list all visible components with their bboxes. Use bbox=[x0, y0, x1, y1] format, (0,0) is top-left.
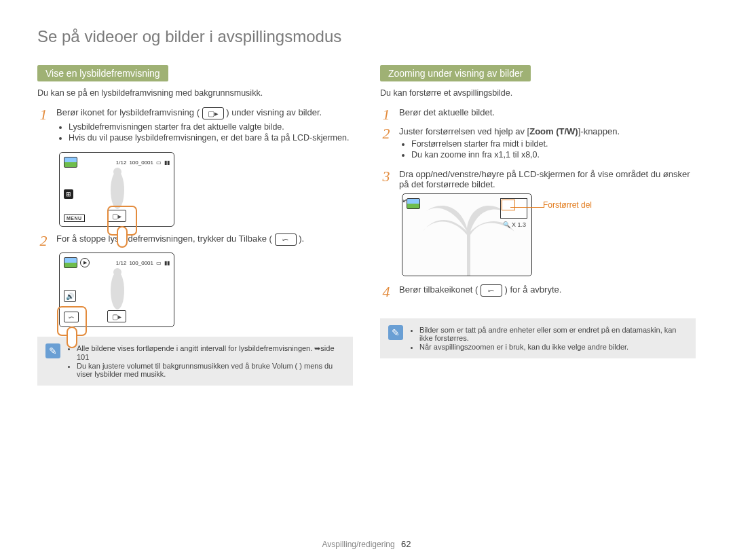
battery-icon: ▮▮ bbox=[164, 260, 170, 266]
image-icon bbox=[64, 257, 77, 268]
memory-icon: ▭ bbox=[156, 160, 162, 166]
step: 4 Berør tilbakeikonet ( ⤺ ) for å avbryt… bbox=[380, 284, 696, 299]
menu-button: MENU bbox=[64, 214, 85, 222]
zoom-minimap bbox=[500, 198, 527, 219]
bullet: Forstørrelsen starter fra midt i bildet. bbox=[411, 139, 696, 149]
step: 2 For å stoppe lysbildefremvisningen, tr… bbox=[37, 234, 353, 248]
note-text: Du kan justere volumet til bakgrunnsmusi… bbox=[77, 362, 333, 378]
page-title: Se på videoer og bilder i avspillingsmod… bbox=[37, 27, 696, 46]
step-number: 4 bbox=[380, 284, 392, 299]
folder-label: 100_0001 bbox=[129, 260, 153, 266]
right-column: Zooming under visning av bilder Du kan f… bbox=[380, 65, 696, 386]
bullet: Hvis du vil pause lysbildefremvisningen,… bbox=[69, 133, 353, 143]
step-body: Berør det aktuelle bildet. bbox=[399, 107, 696, 122]
svg-point-1 bbox=[113, 168, 121, 176]
zoom-value: X 1.3 bbox=[512, 221, 526, 228]
manual-page: Se på videoer og bilder i avspillingsmod… bbox=[0, 0, 733, 386]
note-item: Alle bildene vises fortløpende i angitt … bbox=[77, 344, 345, 361]
info-icon: ✎ bbox=[388, 325, 403, 340]
back-icon: ⤺ bbox=[275, 234, 297, 246]
step-body: Juster forstørrelsen ved hjelp av [Zoom … bbox=[399, 126, 696, 165]
note-item: Du kan justere volumet til bakgrunnsmusi… bbox=[77, 362, 345, 378]
left-intro: Du kan se på en lysbildeframvisning med … bbox=[37, 88, 353, 98]
lcd-thumbnail-zoom: 🔍 X 1.3 ⤺ bbox=[402, 193, 532, 276]
counter: 1/12 bbox=[116, 160, 127, 166]
two-columns: Vise en lysbildefremvisning Du kan se på… bbox=[37, 65, 696, 386]
step-bullets: Lysbildefremvisningen starter fra det ak… bbox=[56, 122, 353, 143]
step: 3 Dra opp/ned/venstre/høyre på LCD-skjer… bbox=[380, 169, 696, 189]
magnifier-icon: 🔍 bbox=[503, 221, 510, 228]
image-icon bbox=[64, 157, 77, 168]
right-section-header: Zooming under visning av bilder bbox=[380, 65, 531, 81]
memory-icon: ▭ bbox=[156, 260, 162, 266]
grid-icon: ⊞ bbox=[64, 189, 73, 199]
step-text: For å stoppe lysbildefremvisningen, tryk… bbox=[56, 234, 275, 244]
step-number: 1 bbox=[37, 107, 50, 148]
footer-section: Avspilling/redigering bbox=[322, 540, 395, 549]
volume-icon: 🔊 bbox=[64, 290, 76, 302]
touch-point-icon bbox=[57, 306, 87, 336]
zoom-thumbnail-wrap: 🔍 X 1.3 ⤺ Forstørret del bbox=[380, 193, 696, 276]
step-body: For å stoppe lysbildefremvisningen, tryk… bbox=[56, 234, 353, 248]
svg-point-0 bbox=[111, 171, 124, 209]
zoom-level-label: 🔍 X 1.3 bbox=[503, 221, 526, 228]
step-number: 2 bbox=[380, 126, 392, 165]
svg-point-2 bbox=[111, 272, 124, 310]
folder-label: 100_0001 bbox=[129, 160, 153, 166]
step-text: Berør ikonet for lysbildeframvisning ( bbox=[56, 107, 202, 117]
counter: 1/12 bbox=[116, 260, 127, 266]
info-icon: ✎ bbox=[45, 343, 60, 358]
step-number: 2 bbox=[37, 234, 50, 248]
step-text: Berør tilbakeikonet ( bbox=[399, 284, 481, 295]
zoom-callout-label: Forstørret del bbox=[543, 200, 592, 210]
step-bullets: Forstørrelsen starter fra midt i bildet.… bbox=[399, 139, 696, 160]
bold-text: Zoom (T/W) bbox=[529, 126, 578, 136]
step-number: 3 bbox=[380, 169, 392, 189]
step: 1 Berør det aktuelle bildet. bbox=[380, 107, 696, 122]
step-text: ). bbox=[299, 234, 304, 244]
lcd-thumbnail-2: ▶ 1/12 100_0001 ▭ ▮▮ 🔊 ⤺ ▢▸ bbox=[59, 253, 174, 327]
step-text: ]-knappen. bbox=[578, 126, 620, 136]
step-number: 1 bbox=[380, 107, 392, 122]
step-body: Berør tilbakeikonet ( ⤺ ) for å avbryte. bbox=[399, 284, 696, 299]
note-list: Alle bildene vises fortløpende i angitt … bbox=[67, 343, 345, 379]
note-item: Bilder som er tatt på andre enheter elle… bbox=[419, 326, 688, 342]
step-text: ) under visning av bilder. bbox=[226, 107, 322, 117]
lcd-thumbnail-1: 1/12 100_0001 ▭ ▮▮ ⊞ MENU ▢▸ bbox=[59, 152, 174, 227]
left-column: Vise en lysbildefremvisning Du kan se på… bbox=[37, 65, 353, 386]
battery-icon: ▮▮ bbox=[164, 160, 170, 166]
step-body: Dra opp/ned/venstre/høyre på LCD-skjerme… bbox=[399, 169, 696, 189]
play-icon: ▶ bbox=[80, 258, 90, 267]
page-number: 62 bbox=[401, 539, 411, 549]
step-body: Berør ikonet for lysbildeframvisning ( ▢… bbox=[56, 107, 353, 148]
back-icon: ⤺ bbox=[481, 284, 502, 297]
note-list: Bilder som er tatt på andre enheter elle… bbox=[410, 325, 688, 352]
note-item: Når avspillingszoomen er i bruk, kan du … bbox=[419, 343, 688, 351]
right-intro: Du kan forstørre et avspillingsbilde. bbox=[380, 88, 696, 98]
bullet: Lysbildefremvisningen starter fra det ak… bbox=[69, 122, 353, 132]
slideshow-icon: ▢▸ bbox=[202, 107, 224, 119]
bullet: Du kan zoome inn fra x1,1 til x8,0. bbox=[411, 150, 696, 160]
touch-point-icon bbox=[107, 206, 137, 236]
svg-point-3 bbox=[113, 268, 121, 276]
callout-line bbox=[510, 207, 544, 208]
thumbnail-top-bar: ▶ 1/12 100_0001 ▭ ▮▮ bbox=[64, 257, 170, 268]
left-section-header: Vise en lysbildefremvisning bbox=[37, 65, 168, 81]
zoom-viewport-indicator bbox=[502, 200, 515, 210]
slideshow-button-icon: ▢▸ bbox=[107, 310, 126, 322]
note-box: ✎ Alle bildene vises fortløpende i angit… bbox=[37, 337, 353, 386]
step: 2 Juster forstørrelsen ved hjelp av [Zoo… bbox=[380, 126, 696, 165]
step: 1 Berør ikonet for lysbildeframvisning (… bbox=[37, 107, 353, 148]
step-text: Juster forstørrelsen ved hjelp av [ bbox=[399, 126, 529, 136]
step-text: ) for å avbryte. bbox=[505, 284, 562, 295]
page-footer: Avspilling/redigering 62 bbox=[0, 539, 733, 549]
image-icon bbox=[407, 198, 420, 209]
note-box: ✎ Bilder som er tatt på andre enheter el… bbox=[380, 318, 696, 358]
thumbnail-top-bar: 1/12 100_0001 ▭ ▮▮ bbox=[64, 157, 170, 168]
